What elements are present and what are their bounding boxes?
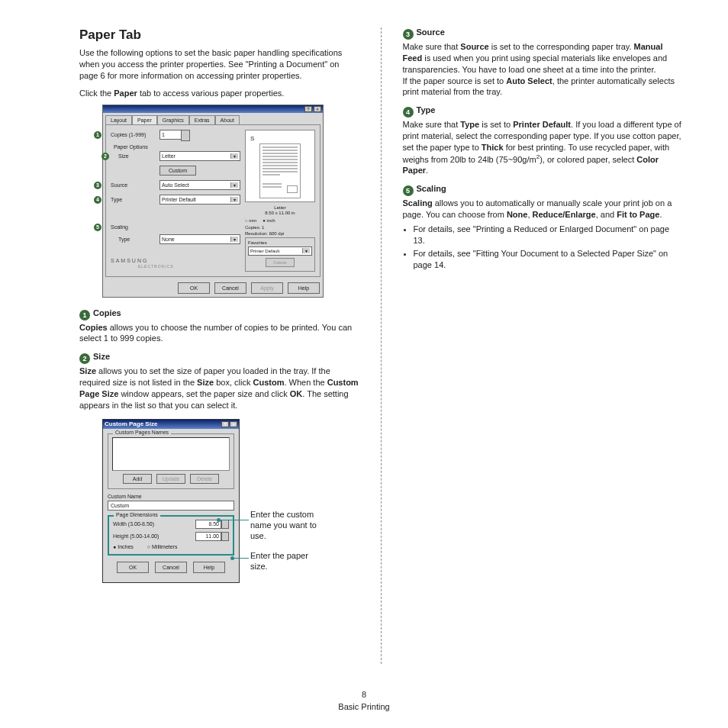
inches-radio: Inches [113, 544, 134, 549]
help-button[interactable]: Help [193, 562, 225, 573]
chevron-down-icon: ▾ [230, 182, 238, 188]
chevron-down-icon: ▾ [230, 197, 238, 202]
unit-inch-radio: inch [263, 218, 275, 223]
unit-radios[interactable]: Inches Millimeters [113, 544, 229, 549]
chevron-down-icon: ▾ [302, 248, 310, 253]
section-type-body: Make sure that Type is set to Printer De… [403, 119, 683, 176]
page-title: Paper Tab [79, 27, 359, 43]
help-button[interactable]: Help [288, 282, 320, 294]
custom-button[interactable]: Custom [159, 166, 196, 176]
badge-2: 2 [79, 353, 90, 364]
favorites-label: Favorites [248, 240, 312, 245]
preview-resolution: Resolution: 600 dpi [245, 231, 315, 236]
scaling-bullet-2: For details, see "Fitting Your Document … [414, 248, 683, 271]
dialog2-titlebar: Custom Page Size ? × [103, 420, 239, 429]
badge-4: 4 [403, 107, 414, 118]
page-number: 8 [0, 689, 728, 701]
callout-marker-3: 3 [94, 182, 101, 189]
cancel-button[interactable]: Cancel [155, 562, 187, 573]
custom-name-label: Custom Name [108, 494, 234, 499]
section-type-heading: 4Type [403, 105, 683, 118]
type-label: Type [111, 197, 156, 202]
intro-paragraph-2: Click the Paper tab to access various pa… [79, 88, 359, 99]
close-icon[interactable]: × [314, 106, 321, 112]
tab-about[interactable]: About [215, 115, 240, 124]
ok-button[interactable]: OK [178, 282, 210, 294]
section-label: Basic Printing [0, 701, 728, 713]
scaling-bullets: For details, see "Printing a Reduced or … [403, 224, 683, 271]
tab-paper[interactable]: Paper [132, 115, 157, 124]
tab-extras[interactable]: Extras [189, 115, 215, 124]
dialog-titlebar: ? × [103, 105, 323, 113]
millimeters-radio: Millimeters [147, 544, 178, 549]
paper-options-group: Paper Options [114, 144, 240, 150]
copies-spinner[interactable]: 1 [159, 130, 182, 140]
tab-graphics[interactable]: Graphics [157, 115, 189, 124]
page-dimensions-group: Page Dimensions [114, 512, 160, 517]
column-divider [381, 27, 382, 664]
close-icon[interactable]: × [230, 421, 237, 427]
favorites-delete-button[interactable]: Delete [266, 258, 295, 267]
page-footer: 8 Basic Printing [0, 689, 728, 713]
intro-paragraph-1: Use the following options to set the bas… [79, 47, 359, 82]
samsung-logo: SAMSUNG ELECTRONICS [111, 258, 240, 269]
annotation-custom-name: Enter the custom name you want to use. [250, 509, 327, 542]
custom-page-size-dialog: Custom Page Size ? × Custom Pages Names … [102, 419, 240, 583]
callout-marker-2: 2 [101, 153, 109, 160]
printer-properties-dialog: ? × Layout Paper Graphics Extras About 1… [102, 105, 324, 297]
custom-name-input[interactable]: Custom [108, 501, 234, 511]
section-copies-heading: 1Copies [79, 308, 359, 321]
callout-marker-4: 4 [94, 196, 101, 204]
badge-5: 5 [403, 185, 414, 196]
favorites-select[interactable]: Printer Default▾ [248, 246, 312, 256]
section-source-body-2: If the paper source is set to Auto Selec… [403, 76, 683, 98]
badge-3: 3 [403, 29, 414, 40]
source-select[interactable]: Auto Select▾ [159, 180, 240, 190]
help-icon[interactable]: ? [221, 421, 229, 427]
unit-radios[interactable]: mm inch [245, 218, 315, 223]
size-select[interactable]: Letter▾ [159, 151, 240, 161]
scaling-label: Scaling [111, 224, 156, 230]
section-scaling-heading: 5Scaling [403, 184, 683, 196]
chevron-down-icon: ▾ [230, 153, 238, 159]
callout-marker-1: 1 [94, 131, 101, 139]
tab-layout[interactable]: Layout [105, 115, 132, 124]
cancel-button[interactable]: Cancel [214, 282, 246, 294]
section-size-body: Size allows you to set the size of paper… [79, 366, 359, 411]
unit-mm-radio: mm [245, 218, 256, 223]
custom-names-listbox[interactable] [112, 437, 230, 471]
ok-button[interactable]: OK [117, 562, 149, 573]
section-source-body-1: Make sure that Source is set to the corr… [403, 41, 683, 76]
delete-button[interactable]: Delete [190, 474, 219, 484]
callout-marker-5: 5 [94, 224, 101, 231]
height-spinner[interactable] [221, 532, 229, 541]
custom-names-group: Custom Pages Names [113, 430, 171, 435]
scaling-bullet-1: For details, see "Printing a Reduced or … [414, 224, 683, 246]
width-spinner[interactable] [221, 520, 229, 529]
copies-label: Copies (1-999) [111, 132, 156, 137]
section-size-heading: 2Size [79, 352, 359, 364]
chevron-down-icon: ▾ [230, 237, 238, 242]
scaling-select[interactable]: None▾ [159, 234, 240, 244]
scaling-type-label: Type [118, 237, 156, 242]
height-label: Height (5.00-14.00) [113, 533, 159, 539]
width-label: Width (3.00-8.50) [113, 521, 154, 527]
page-preview: S [245, 130, 315, 202]
section-source-heading: 3Source [403, 27, 683, 40]
preview-caption: Letter 8.50 x 11.00 in [245, 205, 315, 215]
height-input[interactable]: 11.00 [195, 532, 221, 541]
type-select[interactable]: Printer Default▾ [159, 195, 240, 205]
section-scaling-body: Scaling allows you to automatically or m… [403, 198, 683, 221]
add-button[interactable]: Add [123, 474, 152, 484]
update-button[interactable]: Update [156, 474, 185, 484]
help-icon[interactable]: ? [304, 106, 312, 112]
apply-button[interactable]: Apply [251, 282, 283, 294]
annotation-paper-size: Enter the paper size. [250, 550, 327, 572]
section-copies-body: Copies allows you to choose the number o… [79, 322, 359, 345]
size-label: Size [118, 153, 156, 159]
preview-copies: Copies: 1 [245, 225, 315, 230]
badge-1: 1 [79, 310, 90, 321]
source-label: Source [111, 182, 156, 188]
